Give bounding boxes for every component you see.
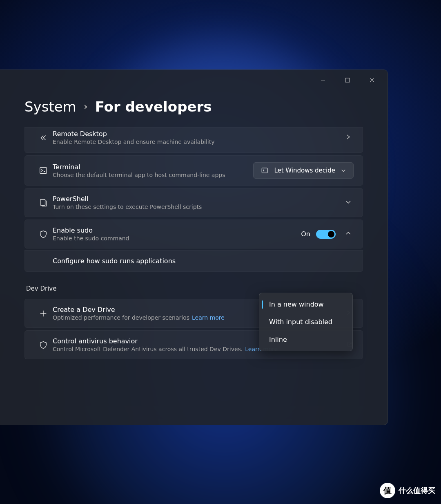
row-enable-sudo[interactable]: Enable sudo Enable the sudo command On	[24, 220, 363, 249]
chevron-right-icon: ›	[84, 101, 88, 112]
powershell-icon	[34, 198, 53, 207]
row-title: PowerShell	[53, 195, 343, 203]
toggle-state-label: On	[301, 230, 310, 238]
sudo-toggle[interactable]	[316, 230, 336, 239]
row-title: Enable sudo	[53, 226, 301, 234]
settings-window: System › For developers Remote Desktop E…	[0, 69, 388, 425]
watermark: 值 什么值得买	[380, 483, 435, 498]
menu-item-inline[interactable]: Inline	[259, 331, 352, 348]
menu-item-new-window[interactable]: In a new window	[259, 296, 352, 313]
row-title: Terminal	[53, 163, 253, 171]
row-desc: Enable the sudo command	[53, 235, 301, 242]
svg-rect-1	[345, 78, 350, 82]
row-desc: Enable Remote Desktop and ensure machine…	[53, 139, 343, 145]
svg-rect-4	[40, 168, 47, 174]
chevron-up-icon	[343, 230, 354, 238]
row-title: Remote Desktop	[53, 130, 343, 138]
breadcrumb-current: For developers	[95, 99, 212, 115]
shield-icon	[34, 340, 53, 349]
svg-rect-5	[262, 168, 268, 173]
terminal-dropdown[interactable]: Let Windows decide	[253, 162, 354, 179]
breadcrumb-parent[interactable]: System	[24, 99, 76, 115]
watermark-text: 什么值得买	[399, 486, 435, 495]
plus-icon	[34, 309, 53, 318]
chevron-down-icon	[343, 199, 354, 206]
row-desc: Choose the default terminal app to host …	[53, 172, 253, 178]
watermark-badge: 值	[380, 483, 395, 498]
row-desc: Turn on these settings to execute PowerS…	[53, 204, 343, 210]
learn-more-link[interactable]: Learn more	[192, 314, 225, 321]
remote-desktop-icon	[34, 133, 53, 142]
row-sudo-config[interactable]: Configure how sudo runs applications	[24, 250, 363, 272]
row-terminal[interactable]: Terminal Choose the default terminal app…	[24, 155, 363, 186]
maximize-button[interactable]	[335, 72, 360, 88]
menu-item-input-disabled[interactable]: With input disabled	[259, 313, 352, 331]
breadcrumb: System › For developers	[0, 90, 388, 127]
row-title: Configure how sudo runs applications	[53, 257, 354, 265]
row-powershell[interactable]: PowerShell Turn on these settings to exe…	[24, 188, 363, 217]
svg-rect-6	[40, 199, 45, 205]
chevron-right-icon	[343, 134, 354, 141]
row-remote-desktop[interactable]: Remote Desktop Enable Remote Desktop and…	[24, 127, 363, 153]
minimize-button[interactable]	[311, 72, 335, 88]
dropdown-value: Let Windows decide	[274, 167, 335, 174]
close-button[interactable]	[360, 72, 384, 88]
shield-icon	[34, 230, 53, 239]
titlebar	[0, 70, 388, 90]
terminal-icon	[34, 166, 53, 175]
sudo-mode-menu: In a new window With input disabled Inli…	[259, 293, 353, 351]
